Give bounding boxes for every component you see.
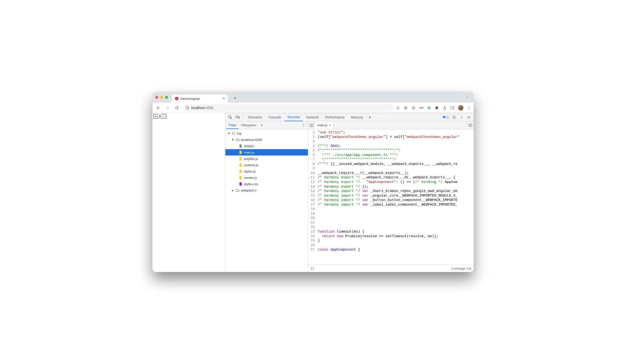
extensions-puzzle-icon[interactable] bbox=[435, 106, 439, 110]
svg-point-20 bbox=[461, 118, 462, 119]
coverage-status: Coverage: n/a bbox=[451, 267, 471, 270]
reload-button[interactable] bbox=[173, 104, 180, 111]
js-file-icon bbox=[238, 176, 242, 180]
close-editor-tab[interactable]: × bbox=[329, 123, 331, 127]
tab-memory[interactable]: Memory bbox=[348, 113, 366, 121]
extension-icon-1[interactable] bbox=[411, 106, 416, 110]
toolbar-right bbox=[396, 105, 471, 110]
devtools-panel: Elements Console Sources Network Perform… bbox=[225, 113, 474, 272]
close-window-button[interactable] bbox=[155, 96, 158, 99]
zoom-window-button[interactable] bbox=[165, 96, 168, 99]
js-file-icon bbox=[238, 169, 242, 173]
svg-rect-26 bbox=[469, 124, 472, 127]
code-editor[interactable]: 1234567891011121314151617181920212223242… bbox=[308, 129, 474, 265]
svg-point-5 bbox=[414, 107, 414, 108]
toggle-navigator-button[interactable] bbox=[308, 122, 315, 129]
editor-statusbar: {} Coverage: n/a bbox=[308, 265, 474, 272]
svg-point-7 bbox=[422, 107, 423, 108]
editor-tabs: main.js × bbox=[308, 121, 474, 129]
document-icon bbox=[238, 144, 242, 148]
decrement-button[interactable]: - bbox=[162, 114, 166, 118]
minimize-window-button[interactable] bbox=[160, 96, 163, 99]
share-icon[interactable] bbox=[396, 106, 400, 110]
tab-sources[interactable]: Sources bbox=[284, 113, 303, 121]
svg-rect-1 bbox=[187, 107, 187, 109]
editor-column: main.js × 123456789101112131415161718192… bbox=[308, 121, 474, 272]
navigator-more-tabs[interactable] bbox=[259, 122, 266, 129]
svg-rect-24 bbox=[233, 132, 235, 134]
back-button[interactable] bbox=[155, 104, 162, 111]
svg-rect-16 bbox=[238, 116, 239, 118]
more-tabs-button[interactable] bbox=[367, 114, 373, 121]
svg-point-11 bbox=[469, 106, 470, 107]
frame-icon bbox=[232, 131, 235, 135]
tab-title: DemoAngular bbox=[181, 97, 221, 101]
extension-icon-2[interactable] bbox=[419, 106, 424, 110]
svg-rect-15 bbox=[236, 116, 238, 118]
line-number-gutter: 1234567891011121314151617181920212223242… bbox=[308, 129, 317, 265]
address-bar-row: localhost:4200 bbox=[152, 103, 474, 113]
counter-value: 0 bbox=[158, 115, 162, 118]
tree-origin[interactable]: ▼ localhost:4200 bbox=[225, 137, 308, 143]
css-file-icon bbox=[238, 182, 242, 186]
counter-widget: + 0 - bbox=[153, 114, 166, 119]
devtools-close-button[interactable] bbox=[465, 114, 472, 121]
tree-top[interactable]: ▼ top bbox=[225, 130, 308, 137]
tab-performance[interactable]: Performance bbox=[322, 113, 347, 121]
devtools-settings-button[interactable] bbox=[451, 114, 458, 121]
svg-rect-10 bbox=[453, 106, 454, 109]
issues-count: 1 bbox=[447, 115, 449, 119]
tabs-dropdown-button[interactable] bbox=[464, 94, 471, 101]
svg-point-22 bbox=[303, 125, 304, 125]
tab-elements[interactable]: Elements bbox=[245, 113, 265, 121]
tree-webpack[interactable]: ▸ webpack:// bbox=[225, 187, 308, 193]
inspect-element-button[interactable] bbox=[227, 114, 234, 121]
browser-window: DemoAngular × + localhost:4200 bbox=[152, 92, 474, 272]
browser-tab[interactable]: DemoAngular × bbox=[172, 94, 228, 103]
issues-chip[interactable]: 1 bbox=[441, 115, 450, 119]
tree-file-styles-css[interactable]: styles.css bbox=[225, 181, 308, 187]
tree-file-styles-js[interactable]: styles.js bbox=[225, 168, 308, 175]
tab-console[interactable]: Console bbox=[266, 113, 284, 121]
tab-strip: DemoAngular × + bbox=[152, 92, 474, 103]
site-info-icon[interactable] bbox=[186, 106, 189, 110]
window-controls bbox=[155, 96, 168, 99]
increment-button[interactable]: + bbox=[154, 114, 158, 118]
tree-file-index[interactable]: (index) bbox=[225, 143, 308, 149]
sidepanel-icon[interactable] bbox=[450, 106, 455, 110]
tree-file-polyfills-js[interactable]: polyfills.js bbox=[225, 155, 308, 162]
file-tree[interactable]: ▼ top ▼ localhost:4200 (index) bbox=[225, 129, 308, 272]
bookmark-star-icon[interactable] bbox=[403, 106, 408, 110]
close-tab-button[interactable]: × bbox=[223, 96, 225, 101]
editor-tab-main-js[interactable]: main.js × bbox=[315, 121, 333, 129]
svg-point-18 bbox=[461, 116, 462, 116]
profile-avatar[interactable] bbox=[458, 105, 464, 110]
labs-flask-icon[interactable] bbox=[442, 106, 447, 110]
tree-file-main-js[interactable]: main.js bbox=[225, 149, 308, 155]
pretty-print-button[interactable]: {} bbox=[311, 267, 314, 270]
url-text: localhost:4200 bbox=[191, 106, 213, 110]
device-toolbar-button[interactable] bbox=[234, 114, 241, 121]
svg-point-6 bbox=[419, 107, 421, 108]
tab-network[interactable]: Network bbox=[303, 113, 321, 121]
svg-point-4 bbox=[413, 107, 413, 108]
toggle-debugger-button[interactable] bbox=[467, 122, 474, 129]
code-lines: "use strict";(self["webpackChunkdemo_ang… bbox=[317, 129, 460, 265]
page-viewport: + 0 - bbox=[152, 113, 225, 272]
omnibox[interactable]: localhost:4200 bbox=[183, 104, 393, 111]
sources-navigator: Page Filesystem ▼ bbox=[225, 121, 308, 272]
navigator-tab-filesystem[interactable]: Filesystem bbox=[238, 121, 259, 129]
browser-menu-button[interactable] bbox=[467, 106, 471, 110]
svg-point-19 bbox=[461, 117, 462, 117]
angular-favicon bbox=[175, 97, 179, 101]
svg-point-12 bbox=[469, 107, 470, 108]
new-tab-button[interactable]: + bbox=[232, 95, 238, 102]
extension-icon-3[interactable] bbox=[427, 106, 431, 110]
svg-point-13 bbox=[469, 109, 470, 109]
navigator-tab-page[interactable]: Page bbox=[226, 121, 238, 129]
tree-file-vendor-js[interactable]: vendor.js bbox=[225, 175, 308, 181]
forward-button[interactable] bbox=[164, 104, 171, 111]
navigator-menu-button[interactable] bbox=[300, 122, 307, 129]
tree-file-runtime-js[interactable]: runtime.js bbox=[225, 162, 308, 168]
devtools-menu-button[interactable] bbox=[458, 114, 465, 121]
